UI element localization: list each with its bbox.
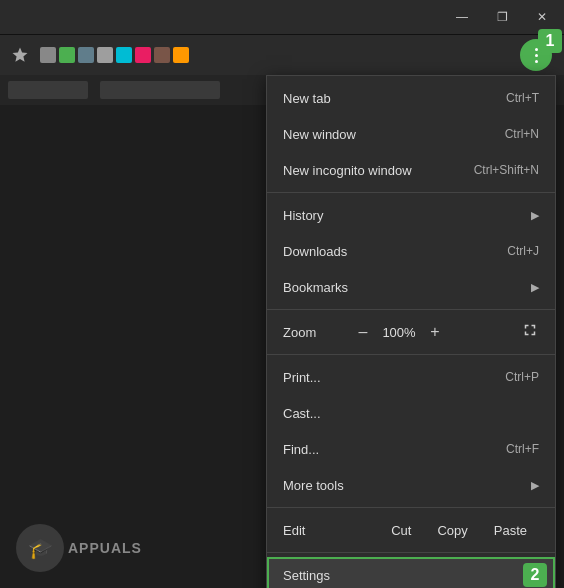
divider-4 <box>267 507 555 508</box>
maximize-button[interactable]: ❐ <box>482 0 522 35</box>
swatch-4 <box>97 47 113 63</box>
divider-1 <box>267 192 555 193</box>
step-badge-2: 2 <box>523 563 547 587</box>
menu-item-zoom: Zoom – 100% + <box>267 314 555 350</box>
menu-item-new-incognito[interactable]: New incognito window Ctrl+Shift+N <box>267 152 555 188</box>
menu-item-print[interactable]: Print... Ctrl+P <box>267 359 555 395</box>
logo-icon: 🎓 <box>16 524 64 572</box>
menu-item-more-tools[interactable]: More tools ▶ <box>267 467 555 503</box>
three-dots-icon <box>535 48 538 63</box>
address-bar-placeholder[interactable] <box>8 81 88 99</box>
menu-button-wrapper: 1 <box>520 39 552 71</box>
swatch-1 <box>40 47 56 63</box>
menu-item-bookmarks[interactable]: Bookmarks ▶ <box>267 269 555 305</box>
paste-button[interactable]: Paste <box>482 520 539 541</box>
swatch-5 <box>116 47 132 63</box>
swatch-8 <box>173 47 189 63</box>
menu-item-downloads[interactable]: Downloads Ctrl+J <box>267 233 555 269</box>
menu-item-new-tab[interactable]: New tab Ctrl+T <box>267 80 555 116</box>
step-badge-1: 1 <box>538 29 562 53</box>
zoom-out-button[interactable]: – <box>351 320 375 344</box>
logo-text: APPUALS <box>68 540 142 556</box>
menu-item-cast[interactable]: Cast... <box>267 395 555 431</box>
swatch-6 <box>135 47 151 63</box>
window-title-bar: — ❐ ✕ <box>0 0 564 35</box>
edit-actions: Cut Copy Paste <box>379 520 539 541</box>
minimize-button[interactable]: — <box>442 0 482 35</box>
divider-3 <box>267 354 555 355</box>
zoom-controls: – 100% + <box>351 320 447 344</box>
menu-item-history[interactable]: History ▶ <box>267 197 555 233</box>
page-title-placeholder <box>100 81 220 99</box>
menu-item-edit-row: Edit Cut Copy Paste <box>267 512 555 548</box>
divider-2 <box>267 309 555 310</box>
browser-toolbar: 1 <box>0 35 564 75</box>
color-swatches-bar <box>40 47 512 63</box>
chrome-dropdown-menu: New tab Ctrl+T New window Ctrl+N New inc… <box>266 75 556 588</box>
swatch-3 <box>78 47 94 63</box>
menu-item-new-window[interactable]: New window Ctrl+N <box>267 116 555 152</box>
appuals-logo: 🎓 APPUALS <box>16 524 142 572</box>
menu-item-find[interactable]: Find... Ctrl+F <box>267 431 555 467</box>
cut-button[interactable]: Cut <box>379 520 423 541</box>
menu-item-settings[interactable]: Settings 2 <box>267 557 555 588</box>
copy-button[interactable]: Copy <box>425 520 479 541</box>
swatch-7 <box>154 47 170 63</box>
bookmarks-star-icon[interactable] <box>8 43 32 67</box>
zoom-in-button[interactable]: + <box>423 320 447 344</box>
swatch-2 <box>59 47 75 63</box>
divider-5 <box>267 552 555 553</box>
fullscreen-button[interactable] <box>521 321 539 343</box>
